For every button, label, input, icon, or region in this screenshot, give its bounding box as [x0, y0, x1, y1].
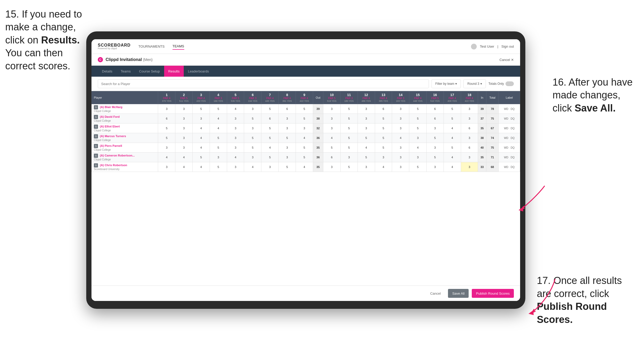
hole-4-score[interactable]: 5	[210, 104, 227, 114]
save-all-button[interactable]: Save All	[448, 289, 469, 298]
hole-18-score[interactable]: 6	[461, 143, 478, 153]
hole-1-score[interactable]: 4	[158, 153, 175, 162]
dq-button[interactable]: DQ	[510, 136, 515, 140]
hole-15-score[interactable]: 3	[409, 133, 427, 143]
hole-1-score[interactable]: 5	[158, 124, 175, 133]
sign-out-link[interactable]: Sign out	[501, 44, 514, 48]
wd-button[interactable]: WD	[503, 127, 509, 130]
hole-11-score[interactable]: 5	[340, 104, 358, 114]
hole-9-score[interactable]: 5	[296, 114, 313, 124]
hole-1-score[interactable]: 3	[158, 104, 175, 114]
hole-12-score[interactable]: 3	[358, 114, 375, 124]
hole-12-score[interactable]: 4	[358, 143, 375, 153]
publish-button[interactable]: Publish Round Scores	[472, 289, 514, 298]
hole-13-score[interactable]: 3	[375, 153, 392, 162]
hole-10-score[interactable]: 3	[323, 104, 341, 114]
hole-18-score[interactable]: 3	[461, 133, 478, 143]
hole-17-score[interactable]: 5	[444, 143, 461, 153]
hole-9-score[interactable]: 3	[296, 124, 313, 133]
hole-12-score[interactable]: 3	[358, 124, 375, 133]
hole-13-score[interactable]: 5	[375, 143, 392, 153]
wd-button[interactable]: WD	[503, 165, 509, 169]
hole-9-score[interactable]: 5	[296, 143, 313, 153]
hole-13-score[interactable]: 5	[375, 114, 392, 124]
hole-2-score[interactable]: 3	[175, 143, 193, 153]
hole-2-score[interactable]: 3	[175, 114, 193, 124]
hole-1-score[interactable]: 6	[158, 114, 175, 124]
hole-8-score[interactable]: 3	[279, 124, 296, 133]
hole-2-score[interactable]: 3	[175, 133, 193, 143]
hole-18-score[interactable]: 3	[461, 153, 478, 162]
hole-9-score[interactable]: 4	[296, 162, 313, 172]
hole-13-score[interactable]: 5	[375, 133, 392, 143]
hole-7-score[interactable]: 6	[261, 114, 279, 124]
hole-16-score[interactable]: 5	[426, 133, 444, 143]
hole-7-score[interactable]: 3	[261, 162, 279, 172]
tab-teams[interactable]: Teams	[117, 66, 135, 77]
tab-results[interactable]: Results	[164, 66, 184, 77]
hole-15-score[interactable]: 5	[409, 114, 427, 124]
hole-3-score[interactable]: 4	[192, 162, 210, 172]
player-name[interactable]: (A) Piers Parnell	[100, 144, 122, 147]
hole-13-score[interactable]: 6	[375, 104, 392, 114]
cancel-link[interactable]: Cancel ✕	[499, 58, 514, 62]
hole-15-score[interactable]: 5	[409, 124, 427, 133]
hole-12-score[interactable]: 3	[358, 162, 375, 172]
player-name[interactable]: (A) Elliot Ebert	[100, 125, 120, 128]
hole-1-score[interactable]: 3	[158, 162, 175, 172]
hole-17-score[interactable]: 4	[444, 133, 461, 143]
dq-button[interactable]: DQ	[510, 146, 515, 149]
hole-5-score[interactable]: 3	[227, 124, 244, 133]
hole-10-score[interactable]: 5	[323, 143, 341, 153]
hole-10-score[interactable]: 4	[323, 133, 341, 143]
dq-button[interactable]: DQ	[510, 117, 515, 120]
wd-button[interactable]: WD	[503, 117, 509, 120]
hole-10-score[interactable]: 3	[323, 124, 341, 133]
hole-5-score[interactable]: 3	[227, 143, 244, 153]
hole-5-score[interactable]: 3	[227, 133, 244, 143]
player-name[interactable]: (A) Chris Robertson	[100, 164, 127, 167]
hole-8-score[interactable]: 3	[279, 114, 296, 124]
tab-leaderboards[interactable]: Leaderboards	[184, 66, 213, 77]
hole-18-score[interactable]: 3	[461, 114, 478, 124]
hole-10-score[interactable]: 6	[323, 153, 341, 162]
hole-7-score[interactable]: 5	[261, 104, 279, 114]
round-button[interactable]: Round 3 ▾	[463, 79, 486, 88]
hole-17-score[interactable]: 4	[444, 124, 461, 133]
hole-14-score[interactable]: 3	[392, 153, 409, 162]
hole-14-score[interactable]: 4	[392, 133, 409, 143]
hole-14-score[interactable]: 3	[392, 143, 409, 153]
tab-course-setup[interactable]: Course Setup	[135, 66, 164, 77]
hole-18-score[interactable]: 6	[461, 124, 478, 133]
hole-4-score[interactable]: 4	[210, 124, 227, 133]
hole-14-score[interactable]: 3	[392, 162, 409, 172]
hole-9-score[interactable]: 5	[296, 104, 313, 114]
hole-2-score[interactable]: 3	[175, 104, 193, 114]
hole-14-score[interactable]: 3	[392, 114, 409, 124]
nav-teams[interactable]: TEAMS	[172, 43, 184, 50]
hole-2-score[interactable]: 4	[175, 162, 193, 172]
hole-5-score[interactable]: 3	[227, 162, 244, 172]
hole-15-score[interactable]: 4	[409, 143, 427, 153]
hole-13-score[interactable]: 5	[375, 124, 392, 133]
hole-16-score[interactable]: 6	[426, 104, 444, 114]
hole-2-score[interactable]: 4	[175, 153, 193, 162]
hole-15-score[interactable]: 3	[409, 153, 427, 162]
wd-button[interactable]: WD	[503, 136, 509, 140]
hole-17-score[interactable]: 4	[444, 153, 461, 162]
hole-8-score[interactable]: 6	[279, 104, 296, 114]
hole-11-score[interactable]: 5	[340, 133, 358, 143]
hole-5-score[interactable]: 4	[227, 104, 244, 114]
hole-4-score[interactable]: 5	[210, 133, 227, 143]
hole-8-score[interactable]: 3	[279, 143, 296, 153]
hole-8-score[interactable]: 5	[279, 162, 296, 172]
hole-7-score[interactable]: 5	[261, 124, 279, 133]
dq-button[interactable]: DQ	[510, 165, 515, 169]
wd-button[interactable]: WD	[503, 156, 509, 159]
wd-button[interactable]: WD	[503, 107, 509, 111]
hole-11-score[interactable]: 5	[340, 114, 358, 124]
wd-button[interactable]: WD	[503, 146, 509, 149]
hole-8-score[interactable]: 3	[279, 153, 296, 162]
hole-7-score[interactable]: 4	[261, 143, 279, 153]
hole-3-score[interactable]: 4	[192, 143, 210, 153]
